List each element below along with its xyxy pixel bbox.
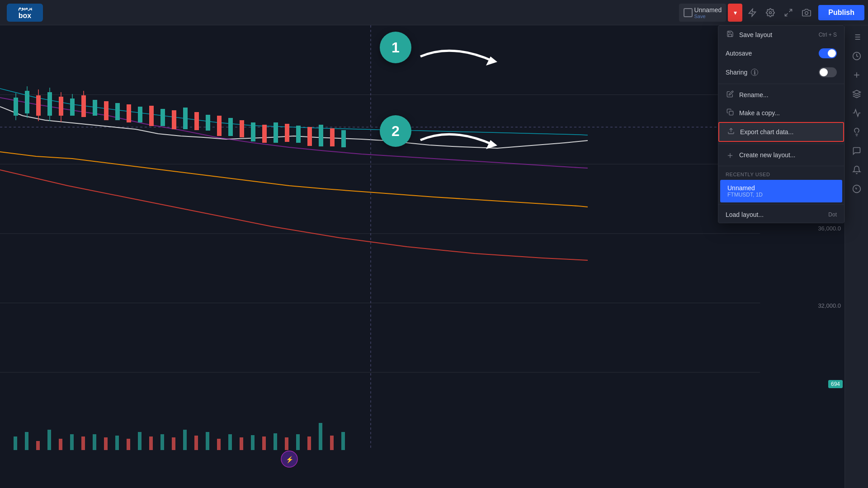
svg-rect-78 (183, 430, 187, 450)
svg-rect-92 (341, 432, 345, 450)
autosave-menu-item[interactable]: Autosave (718, 44, 844, 63)
publish-button[interactable]: Publish (818, 5, 864, 20)
list-icon (852, 33, 861, 42)
save-layout-menu-item[interactable]: Save layout Ctrl + S (718, 26, 844, 44)
svg-rect-44 (206, 115, 210, 131)
svg-rect-91 (330, 436, 334, 450)
autosave-toggle[interactable] (819, 48, 837, 58)
layers-icon (852, 89, 861, 99)
annotation-circle-1: 1 (380, 32, 411, 63)
layout-name-title: Unnamed (694, 6, 722, 14)
annotation-arrow-2 (416, 122, 506, 160)
svg-rect-32 (70, 99, 75, 116)
svg-rect-80 (206, 432, 209, 450)
logo-box: پرمیوم box (7, 4, 43, 22)
sidebar-plus-button[interactable] (849, 67, 865, 83)
create-new-layout-menu-item[interactable]: ＋ Create new layout... (718, 146, 844, 164)
load-layout-shortcut: Dot (828, 211, 837, 218)
create-new-layout-label: Create new layout... (739, 151, 796, 159)
sharing-toggle[interactable] (819, 67, 837, 77)
svg-rect-85 (262, 436, 266, 450)
expand-icon-button[interactable] (780, 5, 797, 21)
svg-rect-42 (183, 108, 188, 129)
svg-rect-46 (228, 118, 233, 136)
layout-name-sub: Save (694, 14, 706, 19)
svg-rect-81 (217, 439, 221, 450)
svg-rect-67 (59, 439, 62, 450)
export-chart-data-menu-item[interactable]: Export chart data... (718, 122, 844, 142)
sharing-info-icon: ℹ (751, 69, 758, 76)
svg-rect-41 (172, 110, 176, 129)
load-layout-label: Load layout... (726, 211, 764, 218)
annotation-circle-2: 2 (380, 115, 411, 147)
rename-menu-item[interactable]: Rename... (718, 86, 844, 104)
svg-text:⚡: ⚡ (286, 456, 294, 464)
svg-rect-53 (307, 127, 312, 146)
clock-icon (852, 52, 861, 61)
svg-rect-48 (251, 122, 255, 141)
layout-icon (684, 8, 693, 17)
svg-rect-86 (274, 433, 277, 450)
rename-label: Rename... (739, 91, 769, 99)
svg-rect-31 (59, 97, 63, 116)
svg-point-0 (769, 11, 772, 14)
camera-icon-button[interactable] (798, 5, 815, 21)
export-icon (726, 127, 736, 136)
annotation-arrow-1 (416, 38, 506, 76)
dropdown-chevron-button[interactable]: ▾ (728, 4, 742, 22)
load-layout-menu-item[interactable]: Load layout... Dot (718, 206, 844, 223)
make-copy-label: Make a copy... (739, 109, 780, 117)
svg-rect-88 (296, 434, 300, 450)
sidebar-bulb-button[interactable] (849, 124, 865, 140)
sidebar-activity-button[interactable] (849, 105, 865, 121)
svg-rect-30 (47, 92, 52, 116)
right-sidebar (844, 25, 868, 488)
sidebar-clock-button[interactable] (849, 48, 865, 64)
svg-rect-72 (115, 436, 119, 450)
svg-rect-71 (104, 437, 108, 450)
menu-divider-2 (718, 144, 844, 144)
export-chart-data-label: Export chart data... (740, 128, 793, 136)
sidebar-zap-button[interactable] (849, 181, 865, 197)
sidebar-chat-button[interactable] (849, 143, 865, 159)
lightning-icon-button[interactable] (744, 5, 760, 21)
svg-rect-52 (296, 126, 301, 143)
sidebar-layers-button[interactable] (849, 86, 865, 102)
svg-rect-74 (138, 432, 142, 450)
rename-icon (726, 90, 735, 99)
svg-rect-89 (307, 436, 311, 450)
menu-divider-1 (718, 84, 844, 84)
svg-rect-54 (319, 125, 323, 146)
sidebar-watchlist-button[interactable] (849, 29, 865, 45)
sharing-menu-item[interactable]: Sharing ℹ (718, 63, 844, 82)
sharing-toggle-thumb (820, 68, 828, 76)
svg-rect-79 (194, 436, 198, 450)
logo-text: پرمیوم box (18, 5, 32, 19)
price-label-highlight: 694 (828, 380, 843, 388)
save-icon (726, 30, 735, 39)
svg-rect-68 (70, 434, 74, 450)
svg-rect-90 (319, 423, 322, 450)
bulb-icon (852, 127, 861, 136)
sidebar-bell-button[interactable] (849, 162, 865, 178)
recently-used-item-1[interactable]: Unnamed FTMUSDT, 1D (720, 180, 842, 202)
menu-divider-3 (718, 166, 844, 166)
autosave-label: Autosave (726, 50, 752, 57)
svg-rect-64 (25, 432, 28, 450)
make-copy-menu-item[interactable]: Make a copy... (718, 104, 844, 122)
svg-rect-49 (262, 125, 267, 143)
save-layout-label: Save layout (739, 31, 772, 38)
settings-icon-button[interactable] (762, 5, 778, 21)
menu-divider-4 (718, 204, 844, 205)
svg-rect-55 (330, 128, 335, 146)
svg-rect-24 (25, 91, 29, 113)
svg-rect-27 (36, 95, 41, 116)
price-label-3: 36,000.0 (805, 225, 844, 232)
layout-name-button[interactable]: Unnamed Save (679, 4, 726, 22)
svg-rect-47 (240, 120, 244, 137)
recently-used-title: RECENTLY USED (718, 168, 844, 179)
svg-marker-11 (853, 90, 860, 94)
svg-rect-63 (14, 436, 17, 450)
svg-rect-73 (127, 439, 130, 450)
svg-rect-75 (149, 436, 153, 450)
